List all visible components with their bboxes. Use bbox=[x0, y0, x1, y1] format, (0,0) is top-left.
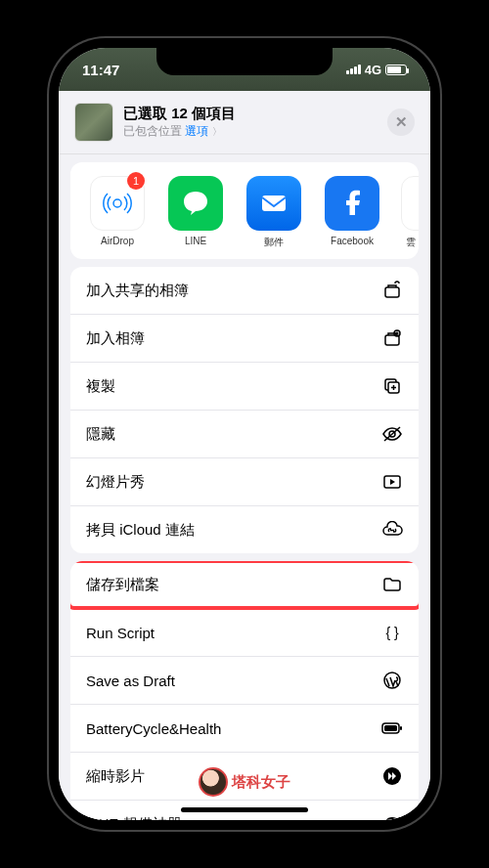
folder-icon bbox=[381, 574, 403, 595]
action-label: 儲存到檔案 bbox=[86, 576, 159, 594]
action-label: 加入共享的相簿 bbox=[86, 282, 189, 300]
cloud-link-icon bbox=[381, 519, 403, 541]
share-label: Facebook bbox=[323, 236, 381, 246]
shared-album-icon bbox=[381, 280, 403, 301]
album-add-icon bbox=[381, 327, 403, 349]
action-label: Run Script bbox=[86, 625, 155, 641]
phone-frame: 11:47 4G 已選取 12 個項目 已包含位置 選項 〉 bbox=[49, 38, 440, 830]
chevron-right-icon: 〉 bbox=[212, 126, 222, 137]
share-label: 郵件 bbox=[244, 236, 303, 249]
chat-icon bbox=[381, 813, 403, 820]
status-right: 4G bbox=[346, 63, 407, 77]
share-app-more[interactable]: 雲 bbox=[401, 176, 419, 249]
action-add-album[interactable]: 加入相簿 bbox=[70, 315, 419, 363]
svg-rect-11 bbox=[400, 726, 402, 730]
action-label: 縮時影片 bbox=[86, 767, 145, 786]
signal-icon bbox=[346, 65, 361, 74]
share-sheet: 已選取 12 個項目 已包含位置 選項 〉 ✕ 1 bbox=[59, 91, 430, 820]
phone-screen: 11:47 4G 已選取 12 個項目 已包含位置 選項 〉 bbox=[59, 48, 430, 820]
share-label: 雲 bbox=[401, 236, 419, 249]
sheet-header: 已選取 12 個項目 已包含位置 選項 〉 ✕ bbox=[59, 91, 430, 154]
share-label: AirDrop bbox=[88, 236, 147, 246]
action-label: 隱藏 bbox=[86, 425, 115, 444]
battery-icon bbox=[385, 65, 407, 75]
share-app-line[interactable]: LINE bbox=[166, 176, 225, 249]
action-run-script[interactable]: Run Script { } bbox=[70, 609, 419, 657]
hide-icon bbox=[381, 423, 403, 445]
notch bbox=[156, 48, 333, 75]
options-link[interactable]: 選項 bbox=[185, 124, 208, 138]
fast-forward-icon bbox=[381, 765, 403, 787]
share-app-airdrop[interactable]: 1 AirDrop bbox=[88, 176, 147, 249]
action-label: 加入相簿 bbox=[86, 329, 145, 348]
action-label: 複製 bbox=[86, 377, 115, 396]
share-label: LINE bbox=[166, 236, 225, 246]
airdrop-badge: 1 bbox=[127, 172, 145, 190]
sheet-header-text: 已選取 12 個項目 已包含位置 選項 〉 bbox=[123, 105, 378, 140]
svg-point-0 bbox=[113, 199, 121, 207]
slideshow-icon bbox=[381, 471, 403, 493]
line-icon bbox=[168, 176, 223, 231]
share-app-mail[interactable]: 郵件 bbox=[244, 176, 303, 249]
action-list-1: 加入共享的相簿 加入相簿 複製 隱藏 幻燈片秀 bbox=[70, 267, 419, 553]
action-add-shared-album[interactable]: 加入共享的相簿 bbox=[70, 267, 419, 315]
svg-rect-10 bbox=[384, 725, 397, 731]
more-icon bbox=[401, 176, 419, 231]
action-label: 拷貝 iCloud 連結 bbox=[86, 521, 195, 540]
svg-rect-1 bbox=[262, 195, 286, 211]
action-label: Save as Draft bbox=[86, 673, 175, 689]
action-label: LINE 報備神器 bbox=[86, 815, 182, 821]
sheet-title: 已選取 12 個項目 bbox=[123, 105, 378, 123]
share-app-facebook[interactable]: Facebook bbox=[323, 176, 381, 249]
share-apps-row[interactable]: 1 AirDrop LINE 郵件 bbox=[70, 162, 419, 259]
selection-thumbnail bbox=[74, 103, 113, 142]
home-indicator[interactable] bbox=[181, 807, 308, 812]
action-copy[interactable]: 複製 bbox=[70, 363, 419, 411]
network-label: 4G bbox=[365, 63, 381, 77]
action-label: 幻燈片秀 bbox=[86, 473, 145, 492]
action-label: BatteryCycle&Health bbox=[86, 720, 221, 737]
watermark-avatar-icon bbox=[199, 767, 228, 797]
status-time: 11:47 bbox=[82, 62, 119, 78]
action-icloud-link[interactable]: 拷貝 iCloud 連結 bbox=[70, 506, 419, 553]
battery-icon bbox=[381, 717, 403, 739]
mail-icon bbox=[246, 176, 301, 231]
action-battery-health[interactable]: BatteryCycle&Health bbox=[70, 705, 419, 753]
watermark-text: 塔科女子 bbox=[232, 773, 290, 792]
action-save-to-files[interactable]: 儲存到檔案 bbox=[70, 561, 419, 609]
copy-icon bbox=[381, 375, 403, 397]
close-button[interactable]: ✕ bbox=[387, 108, 415, 136]
svg-rect-2 bbox=[385, 287, 399, 297]
action-save-draft[interactable]: Save as Draft bbox=[70, 657, 419, 705]
action-hide[interactable]: 隱藏 bbox=[70, 411, 419, 458]
sheet-subtitle: 已包含位置 選項 〉 bbox=[123, 123, 378, 140]
watermark: 塔科女子 bbox=[199, 767, 290, 797]
braces-icon: { } bbox=[381, 622, 403, 643]
close-icon: ✕ bbox=[395, 113, 408, 131]
facebook-icon bbox=[325, 176, 379, 231]
action-slideshow[interactable]: 幻燈片秀 bbox=[70, 458, 419, 506]
wordpress-icon bbox=[381, 670, 403, 691]
